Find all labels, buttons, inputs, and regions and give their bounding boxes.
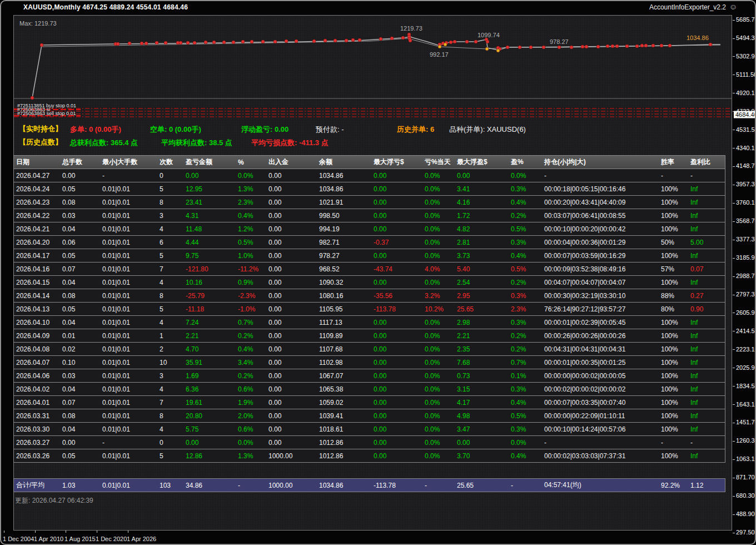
table-cell: 00:00:07|00:03:35|00:07:40 bbox=[542, 399, 659, 407]
table-cell: 0.0% bbox=[422, 185, 455, 193]
column-header: 持仓(小|均|大) bbox=[542, 157, 659, 167]
price-axis[interactable]: 5685.705494.305302.905111.504920.104722.… bbox=[733, 15, 756, 531]
table-cell: Inf bbox=[688, 185, 724, 193]
table-cell: 0.01|0.01 bbox=[100, 252, 157, 260]
table-cell: 35.91 bbox=[183, 359, 236, 366]
trade-point-label: 978.27 bbox=[550, 38, 569, 45]
table-cell: 0.0% bbox=[422, 359, 455, 366]
table-cell: 0.01 bbox=[60, 332, 100, 340]
table-cell: 0.2% bbox=[236, 332, 266, 340]
price-tick-label: 1643.10 bbox=[733, 401, 756, 408]
table-cell: Inf bbox=[688, 452, 724, 460]
table-cell: 100% bbox=[659, 345, 688, 353]
table-cell: - bbox=[100, 439, 157, 447]
totals-cell: 1.03 bbox=[60, 482, 100, 489]
table-cell: 1.3% bbox=[236, 452, 266, 460]
price-tick-label: 2605.90 bbox=[733, 309, 756, 316]
table-cell: 2026.04.22 bbox=[14, 212, 60, 220]
table-cell: 4.31 bbox=[183, 212, 236, 220]
table-cell: 2.35 bbox=[455, 345, 509, 353]
table-cell: 0.0% bbox=[422, 372, 455, 380]
table-cell: 2.54 bbox=[455, 279, 509, 286]
long-positions-label: 多单: 0 (0.00手) bbox=[70, 125, 121, 135]
section-realtime-positions: 【实时持仓】 bbox=[19, 124, 62, 134]
table-row: 2026.04.100.040.01|0.0147.240.7%0.001117… bbox=[13, 315, 725, 329]
table-cell: 88% bbox=[659, 292, 688, 300]
table-cell: 11.48 bbox=[183, 225, 236, 233]
ea-smiley-icon[interactable]: ☺ bbox=[729, 3, 737, 11]
table-cell: 2026.04.09 bbox=[14, 332, 60, 340]
table-cell: 0.04 bbox=[60, 225, 100, 233]
table-cell: 0.01|0.01 bbox=[100, 199, 157, 206]
totals-cell: - bbox=[422, 482, 455, 489]
table-cell: 0.00 bbox=[183, 172, 236, 180]
table-cell: 100% bbox=[659, 359, 688, 366]
totals-cell: 92.2% bbox=[659, 482, 688, 489]
table-cell: 2.81 bbox=[455, 239, 509, 246]
time-axis[interactable]: 1 Dec 20041 Apr 20101 Aug 20151 Dec 2020… bbox=[1, 531, 756, 545]
table-cell: 0.27 bbox=[688, 292, 724, 300]
table-cell: 2026.04.14 bbox=[14, 292, 60, 300]
table-cell: 50% bbox=[659, 239, 688, 246]
table-cell: 0.5% bbox=[509, 412, 542, 420]
table-cell: 4.16 bbox=[455, 199, 509, 206]
table-cell: 0.00 bbox=[371, 252, 422, 260]
table-cell: 3.47 bbox=[455, 425, 509, 433]
table-cell: 1090.32 bbox=[317, 279, 371, 286]
price-tick-label: 2988.70 bbox=[733, 272, 756, 279]
table-cell: 0.00 bbox=[266, 385, 317, 393]
table-cell: 0.3% bbox=[509, 292, 542, 300]
table-cell: 0.07 bbox=[60, 265, 100, 273]
table-cell: 80% bbox=[659, 305, 688, 313]
price-tick-label: 2223.10 bbox=[733, 346, 756, 353]
table-cell: 1039.41 bbox=[317, 412, 371, 420]
table-row: 2026.04.130.050.01|0.015-11.18-1.0%0.001… bbox=[13, 302, 725, 316]
table-cell: 968.52 bbox=[317, 265, 371, 273]
table-cell: 100% bbox=[659, 319, 688, 326]
table-cell: Inf bbox=[688, 279, 724, 286]
table-cell: 0.07 bbox=[688, 265, 724, 273]
table-cell: 1018.61 bbox=[317, 425, 371, 433]
table-cell: 5.00 bbox=[688, 239, 724, 246]
table-cell: 994.19 bbox=[317, 225, 371, 233]
table-cell: 100% bbox=[659, 412, 688, 420]
table-cell: 0.0% bbox=[509, 439, 542, 447]
totals-cell: 103 bbox=[157, 482, 183, 489]
table-cell: 0.01|0.01 bbox=[100, 412, 157, 420]
table-row: 2026.04.020.040.01|0.0146.360.6%0.001065… bbox=[13, 382, 725, 396]
table-cell: 0.01|0.01 bbox=[100, 345, 157, 353]
time-tick-label: 1 Aug 2015 bbox=[64, 536, 96, 542]
table-cell: Inf bbox=[688, 332, 724, 340]
table-cell: 0.01|0.01 bbox=[100, 265, 157, 273]
chart-max-label: Max: 1219.73 bbox=[19, 20, 57, 27]
table-cell: 998.50 bbox=[317, 212, 371, 220]
table-cell: 0.5% bbox=[509, 265, 542, 273]
table-header-row: 日期总手数最小|大手数次数盈亏金额%出入金余额最大浮亏$亏%当天最大浮盈$盈%持… bbox=[13, 155, 725, 169]
table-row: 2026.03.300.040.01|0.0145.750.6%0.001018… bbox=[13, 422, 725, 436]
table-cell: 9.75 bbox=[183, 252, 236, 260]
table-cell: 100% bbox=[659, 425, 688, 433]
time-tick-mark bbox=[35, 531, 36, 533]
table-cell: Inf bbox=[688, 399, 724, 407]
table-cell: 0.01|0.01 bbox=[100, 239, 157, 246]
table-cell: Inf bbox=[688, 372, 724, 380]
trade-point-label: 1034.86 bbox=[687, 34, 709, 41]
table-cell: -25.79 bbox=[183, 292, 236, 300]
table-row: 2026.04.090.010.01|0.0112.210.2%0.001109… bbox=[13, 329, 725, 343]
table-cell: 0.01|0.01 bbox=[100, 452, 157, 460]
column-header: 余额 bbox=[317, 157, 371, 167]
price-tick-label: 5494.30 bbox=[733, 34, 756, 41]
table-cell: 0.01|0.01 bbox=[100, 319, 157, 326]
table-cell: 2.98 bbox=[455, 319, 509, 326]
trade-point-label: 1099.74 bbox=[478, 32, 500, 38]
table-cell: 0.0% bbox=[422, 279, 455, 286]
table-cell: 100% bbox=[659, 225, 688, 233]
mt4-window: XAUUSD,Monthly 4674.25 4889.24 4554.01 4… bbox=[0, 0, 756, 545]
table-cell: 0.06 bbox=[60, 239, 100, 246]
table-cell: 2.0% bbox=[236, 412, 266, 420]
symbol-merged-label: 品种(并单): XAUUSD(6) bbox=[449, 125, 526, 135]
table-cell: 00:00:02|03:03:03|07:37:31 bbox=[542, 452, 659, 460]
table-cell: 0.4% bbox=[509, 252, 542, 260]
table-cell: 2.3% bbox=[509, 305, 542, 313]
table-cell: 00:00:18|00:05:15|00:16:46 bbox=[542, 185, 659, 193]
